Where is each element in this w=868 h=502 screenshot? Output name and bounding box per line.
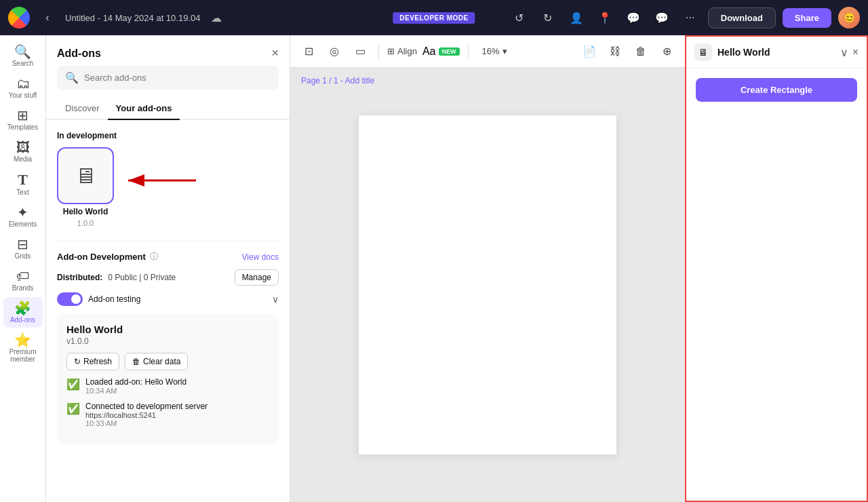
addon-dev-docs-link[interactable]: View docs [242,252,279,262]
right-panel-collapse-button[interactable]: ∨ [840,46,848,59]
comment-button[interactable]: 💬 [623,7,644,28]
refresh-button[interactable]: ↻ Refresh [66,353,119,370]
sidebar-item-premium[interactable]: ⭐ Premium member [3,329,43,367]
right-panel-close-button[interactable]: × [852,46,859,59]
tab-discover[interactable]: Discover [57,98,108,120]
addon-testing-toggle[interactable] [57,292,83,306]
log-time-0: 10:34 AM [85,387,269,395]
create-rectangle-button[interactable]: Create Rectangle [696,78,857,102]
manage-button[interactable]: Manage [235,269,279,286]
log-entry-1: ✅ Connected to development server https:… [66,402,269,427]
zoom-chevron: ▾ [502,46,507,56]
profile-button[interactable]: 👤 [566,7,587,28]
log-content-1: Connected to development server https://… [85,402,269,427]
sidebar-item-templates-label: Templates [7,123,39,131]
addon-dev-title: Add-on Development [57,252,146,262]
media-icon: 🖼 [16,140,30,154]
zoom-value: 16% [482,46,500,56]
sidebar-item-media[interactable]: 🖼 Media [3,136,43,167]
sidebar-item-search-label: Search [12,60,34,67]
log-message-0: Loaded add-on: Hello World [85,377,269,387]
refresh-icon: ↻ [74,357,81,366]
search-icon: 🔍 [14,45,31,58]
align-icon: ⊞ [387,46,395,56]
crop-icon[interactable]: ⊡ [298,41,319,62]
addon-card-version: 1.0.0 [77,219,94,227]
log-success-icon-1: ✅ [66,402,80,415]
location-button[interactable]: 📍 [594,7,616,28]
page-label: Page 1 / 1 - Add title [301,76,374,85]
canva-logo[interactable] [8,7,30,28]
templates-icon: ⊞ [17,109,28,122]
sidebar-item-grids[interactable]: ⊟ Grids [3,233,43,264]
add-title-link[interactable]: Add title [345,76,374,85]
sidebar-item-text[interactable]: T Text [3,168,43,200]
back-button[interactable]: ‹ [37,7,58,28]
translate-icon: Aa [422,45,436,58]
tab-your-addons[interactable]: Your add-ons [108,98,180,120]
log-entry-0: ✅ Loaded add-on: Hello World 10:34 AM [66,377,269,395]
in-development-label: In development [57,131,279,140]
align-control[interactable]: ⊞ Align [387,46,417,56]
share-button[interactable]: Share [783,8,831,28]
target-icon[interactable]: ◎ [324,41,344,62]
grids-icon: ⊟ [17,237,28,251]
sidebar-item-elements-label: Elements [9,220,37,228]
clear-data-button[interactable]: 🗑 Clear data [125,353,188,370]
page-number: Page 1 / 1 - [301,76,343,85]
addons-close-button[interactable]: × [271,46,279,60]
sidebar-item-your-stuff[interactable]: 🗂 Your stuff [3,73,43,103]
sidebar-item-addons-label: Add-ons [10,316,35,324]
sidebar-item-media-label: Media [14,155,32,163]
clear-data-label: Clear data [143,357,180,366]
sidebar-item-brands-label: Brands [12,284,34,292]
addons-tabs: Discover Your add-ons [46,98,290,120]
cloud-sync-icon: ☁ [211,12,222,24]
addons-search-input[interactable] [84,73,271,83]
right-panel-title: Hello World [717,47,835,58]
sidebar-item-premium-label: Premium member [6,348,40,363]
add-icon[interactable]: ⊕ [656,41,677,62]
addons-icon: 🧩 [14,301,31,315]
hello-world-version: v1.0.0 [66,336,269,346]
addon-logs: ✅ Loaded add-on: Hello World 10:34 AM ✅ … [66,377,269,427]
undo-button[interactable]: ↺ [509,7,530,28]
sidebar-item-grids-label: Grids [15,252,31,260]
addons-panel-header: Add-ons × [46,35,290,66]
your-stuff-icon: 🗂 [16,77,30,90]
page-icon[interactable]: 📄 [579,41,599,62]
addon-card-icon: 🖥 [75,163,96,189]
right-panel-content: Create Rectangle [686,69,867,111]
log-message-1: Connected to development server [85,402,269,411]
addon-card-icon-wrapper[interactable]: 🖥 [57,147,114,204]
addon-testing-chevron[interactable]: ∨ [272,294,279,305]
brands-icon: 🏷 [16,269,30,283]
share-comment-button[interactable]: 💬 [651,7,673,28]
sidebar-item-your-stuff-label: Your stuff [9,92,37,99]
download-button[interactable]: Download [708,7,776,28]
addon-card-name: Hello World [63,207,108,216]
avatar[interactable]: 😊 [838,7,860,28]
translate-control[interactable]: Aa NEW [422,45,460,58]
more-button[interactable]: ··· [679,7,701,28]
rect-icon[interactable]: ▭ [350,41,370,62]
align-label: Align [397,46,417,56]
sidebar-item-elements[interactable]: ✦ Elements [3,201,43,232]
hello-world-name: Hello World [66,324,269,335]
sidebar-item-templates[interactable]: ⊞ Templates [3,104,43,135]
canvas-page[interactable] [359,115,616,455]
sidebar-item-brands[interactable]: 🏷 Brands [3,265,43,296]
addon-card-hello-world[interactable]: 🖥 Hello World 1.0.0 [57,147,114,227]
addon-dev-info-icon[interactable]: ⓘ [150,251,158,263]
sidebar-item-addons[interactable]: 🧩 Add-ons [3,297,43,328]
elements-icon: ✦ [17,206,28,219]
link-icon[interactable]: ⛓ [605,41,625,62]
addon-development-section: Add-on Development ⓘ View docs Distribut… [57,241,279,444]
delete-icon[interactable]: 🗑 [631,41,651,62]
zoom-control[interactable]: 16% ▾ [482,46,507,56]
redo-button[interactable]: ↻ [537,7,559,28]
right-panel-addon-icon: 🖥 [694,43,712,61]
red-arrow-decoration [121,170,203,193]
sidebar-item-text-label: Text [16,189,28,196]
sidebar-item-search[interactable]: 🔍 Search [3,41,43,71]
